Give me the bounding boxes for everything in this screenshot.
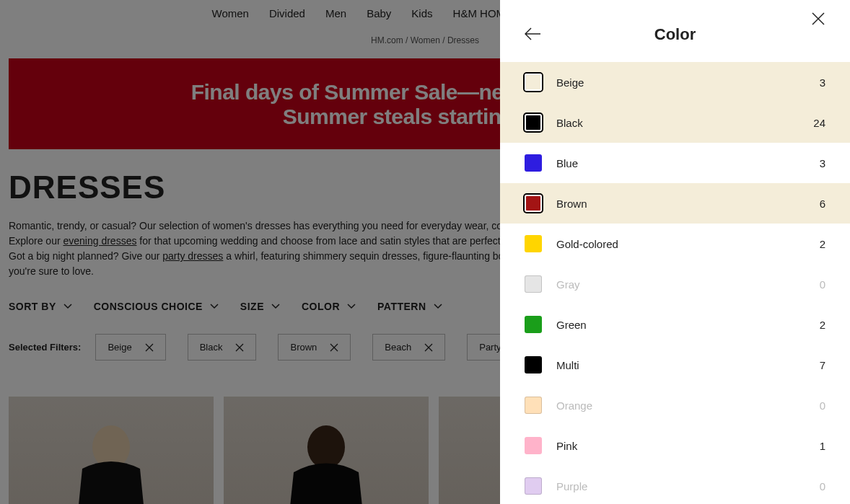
color-option[interactable]: Pink1 [500, 425, 850, 466]
color-swatch [525, 316, 542, 333]
color-option: Orange0 [500, 385, 850, 425]
color-name: Purple [556, 480, 805, 492]
color-option[interactable]: Multi7 [500, 345, 850, 385]
color-name: Gold-colored [556, 238, 805, 250]
color-name: Black [556, 117, 799, 129]
color-name: Brown [556, 198, 805, 210]
color-count: 0 [820, 278, 825, 291]
color-name: Orange [556, 399, 805, 412]
color-count: 0 [820, 399, 825, 412]
color-name: Blue [556, 157, 805, 169]
color-count: 6 [820, 198, 825, 210]
color-count: 3 [820, 157, 825, 169]
color-option[interactable]: Green2 [500, 304, 850, 345]
color-option[interactable]: Brown6 [500, 183, 850, 224]
color-swatch [525, 477, 542, 495]
color-option[interactable]: Black24 [500, 102, 850, 143]
color-swatch [525, 114, 542, 131]
color-name: Multi [556, 359, 805, 371]
color-name: Pink [556, 440, 805, 452]
color-count: 24 [813, 117, 825, 129]
color-name: Gray [556, 278, 805, 291]
color-option-list: Beige3Black24Blue3Brown6Gold-colored2Gra… [500, 62, 850, 504]
back-arrow-icon[interactable] [525, 27, 540, 40]
color-name: Green [556, 319, 805, 331]
color-option[interactable]: Beige3 [500, 62, 850, 102]
color-swatch [525, 74, 542, 91]
color-count: 7 [820, 359, 825, 371]
color-name: Beige [556, 76, 805, 89]
color-option: Gray0 [500, 264, 850, 304]
close-icon[interactable] [811, 12, 825, 26]
color-count: 3 [820, 76, 825, 89]
panel-header: Color [500, 0, 850, 62]
color-option: Purple0 [500, 466, 850, 504]
panel-title: Color [654, 25, 696, 44]
color-swatch [525, 154, 542, 172]
color-filter-panel: Color Beige3Black24Blue3Brown6Gold-color… [500, 0, 850, 504]
color-count: 0 [820, 480, 825, 492]
color-swatch [525, 275, 542, 293]
color-swatch [525, 195, 542, 212]
color-swatch [525, 437, 542, 454]
color-option[interactable]: Gold-colored2 [500, 224, 850, 264]
color-swatch [525, 235, 542, 252]
color-option[interactable]: Blue3 [500, 143, 850, 183]
color-count: 2 [820, 238, 825, 250]
color-count: 1 [820, 440, 825, 452]
color-count: 2 [820, 319, 825, 331]
color-swatch [525, 397, 542, 414]
color-swatch [525, 356, 542, 373]
